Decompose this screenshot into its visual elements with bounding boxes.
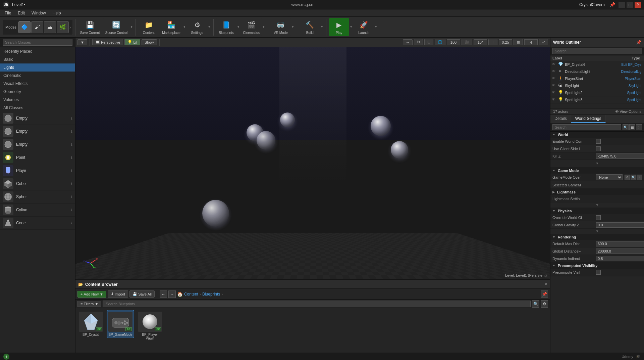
cb-search-btn[interactable]: 🔍 — [532, 300, 539, 308]
place-item-cube[interactable]: Cube ℹ — [0, 177, 75, 190]
section-precomputed-header[interactable]: ▼ Precomputed Visibility — [550, 263, 644, 269]
outliner-vis-3[interactable]: 👁 — [552, 83, 557, 88]
category-lights[interactable]: Lights — [0, 63, 75, 72]
lightmass-expand-icon[interactable]: ▼ — [596, 203, 599, 207]
cinematics-button[interactable]: 🎬 Cinematics — [241, 18, 261, 36]
vp-snap-btn[interactable]: ⊹ — [488, 39, 497, 45]
vp-translate-btn[interactable]: ↔ — [403, 39, 413, 45]
place-item-cylinder[interactable]: Cylinc ℹ — [0, 204, 75, 217]
outliner-vis-1[interactable]: 👁 — [552, 69, 557, 74]
outliner-item-5[interactable]: 👁 💡 SpotLight3 SpotLight — [550, 96, 644, 103]
status-add-button[interactable]: + — [3, 354, 9, 360]
vp-camera-speed-btn[interactable]: 🎥 — [462, 39, 472, 45]
physics-expand-icon[interactable]: ▼ — [596, 229, 599, 233]
maximize-button[interactable]: □ — [627, 2, 633, 8]
menu-window[interactable]: Window — [28, 10, 49, 16]
outliner-vis-4[interactable]: 👁 — [552, 90, 557, 95]
cb-back-btn[interactable]: ← — [160, 290, 167, 298]
save-current-button[interactable]: 💾 Save Current — [78, 18, 102, 36]
cb-pin-button[interactable]: 📌 — [541, 290, 548, 298]
precomputed-vis-checkbox[interactable] — [596, 270, 601, 275]
rendering-max-dist-input[interactable] — [596, 241, 644, 246]
content-browser-close-btn[interactable]: ✕ — [544, 282, 547, 286]
minimize-button[interactable]: ─ — [619, 2, 625, 8]
outliner-view-options-btn[interactable]: 👁 View Options — [615, 109, 641, 114]
add-new-button[interactable]: + Add New ▼ — [77, 291, 106, 298]
outliner-item-0[interactable]: 👁 💎 BP_Crystal6 Edit BP_Crys — [550, 61, 644, 68]
cb-item-bp-player-pawn[interactable]: M BP BP_Player Pawn — [137, 310, 163, 342]
build-arrow[interactable]: ▼ — [321, 26, 323, 29]
cb-forward-btn[interactable]: → — [168, 290, 176, 298]
place-item-empty2[interactable]: Empty ℹ — [0, 125, 75, 138]
blueprints-button[interactable]: 📘 Blueprints — [216, 18, 236, 36]
category-all-classes[interactable]: All Classes — [0, 104, 75, 112]
game-mode-add-icon[interactable]: + — [637, 175, 642, 180]
details-search-input[interactable] — [552, 124, 621, 130]
place-item-empty3[interactable]: Empty ℹ — [0, 138, 75, 151]
menu-help[interactable]: Help — [49, 10, 64, 16]
rendering-dynamic-input[interactable] — [596, 256, 644, 261]
import-button[interactable]: ⬇ Import — [108, 290, 128, 298]
vr-mode-arrow[interactable]: ▼ — [291, 26, 294, 29]
content-button[interactable]: 📁 Content — [139, 18, 159, 36]
place-item-sphere[interactable]: Spher ℹ — [0, 190, 75, 204]
modes-expand[interactable]: › — [69, 25, 71, 30]
lit-btn[interactable]: 💡 Lit — [124, 39, 140, 45]
rendering-global-dist-input[interactable] — [596, 249, 644, 254]
category-volumes[interactable]: Volumes — [0, 96, 75, 104]
details-expand-icon[interactable]: ⟩ — [636, 124, 642, 130]
physics-override-checkbox[interactable] — [596, 215, 601, 220]
marketplace-arrow[interactable]: ▼ — [183, 26, 186, 29]
source-control-arrow[interactable]: ▼ — [130, 26, 133, 29]
details-search-icon[interactable]: 🔍 — [623, 124, 629, 130]
mode-btn-foliage[interactable]: 🌿 — [57, 21, 69, 33]
category-basic[interactable]: Basic — [0, 55, 75, 63]
blueprints-arrow[interactable]: ▼ — [237, 26, 240, 29]
source-control-button[interactable]: 🔄 Source Control — [103, 18, 130, 36]
menu-edit[interactable]: Edit — [14, 10, 28, 16]
close-button[interactable]: ✕ — [635, 2, 641, 8]
search-classes-input[interactable] — [3, 39, 72, 46]
viewport-dropdown-btn[interactable]: ▼ — [77, 39, 87, 45]
category-cinematic[interactable]: Cinematic — [0, 72, 75, 80]
mode-btn-paint[interactable]: 🖌 — [31, 21, 43, 33]
details-grid-icon[interactable]: ▦ — [629, 124, 635, 130]
vp-grid-btn[interactable]: ▦ — [514, 39, 523, 45]
world-client-checkbox[interactable] — [596, 146, 601, 151]
save-all-button[interactable]: 💾 Save All — [129, 290, 155, 298]
play-button[interactable]: ▶ Play — [329, 18, 349, 36]
world-killz-input[interactable] — [596, 153, 644, 159]
outliner-item-1[interactable]: 👁 ☀ DirectionalLight DirectionalLig — [550, 68, 644, 75]
content-browser-search-input[interactable] — [103, 301, 531, 307]
vp-fullscreen-btn[interactable]: ⤢ — [539, 39, 548, 45]
settings-arrow[interactable]: ▼ — [208, 26, 211, 29]
category-visual-effects[interactable]: Visual Effects — [0, 80, 75, 88]
launch-arrow[interactable]: ▼ — [375, 26, 377, 29]
place-item-cone[interactable]: Cone ℹ — [0, 217, 75, 230]
outliner-item-2[interactable]: 👁 🚶 PlayerStart PlayerStart — [550, 75, 644, 82]
play-arrow[interactable]: ▼ — [350, 26, 353, 29]
category-geometry[interactable]: Geometry — [0, 88, 75, 96]
place-item-empty1[interactable]: Empty ℹ — [0, 112, 75, 125]
vr-mode-button[interactable]: 🥽 VR Mode — [271, 18, 291, 36]
show-btn[interactable]: Show — [142, 39, 157, 45]
category-recently-placed[interactable]: Recently Placed — [0, 47, 75, 55]
viewport[interactable]: X Y Z Level: Level1 (Persistent) — [75, 47, 550, 279]
cb-filters-btn[interactable]: ≡ Filters ▼ — [77, 301, 101, 307]
cinematics-arrow[interactable]: ▼ — [262, 26, 265, 29]
world-expand-icon[interactable]: ▼ — [596, 162, 599, 165]
section-world-header[interactable]: ▼ World — [550, 132, 644, 138]
launch-button[interactable]: 🚀 Launch — [354, 18, 374, 36]
outliner-vis-0[interactable]: 👁 — [552, 62, 557, 67]
breadcrumb-content[interactable]: Content — [184, 292, 198, 297]
settings-button[interactable]: ⚙ Settings — [187, 18, 207, 36]
vp-scale-btn[interactable]: ⊞ — [424, 39, 433, 45]
menu-file[interactable]: File — [1, 10, 14, 16]
tab-details[interactable]: Details — [550, 115, 571, 123]
outliner-item-3[interactable]: 👁 🌤 SkyLight SkyLight — [550, 82, 644, 89]
outliner-item-4[interactable]: 👁 💡 SpotLight2 SpotLight — [550, 89, 644, 96]
marketplace-button[interactable]: 🏪 Marketplace — [160, 18, 182, 36]
game-mode-reset-icon[interactable]: ↺ — [625, 175, 630, 180]
place-item-point[interactable]: Point ℹ — [0, 151, 75, 164]
mode-btn-landscape[interactable]: ⛰ — [44, 21, 56, 33]
